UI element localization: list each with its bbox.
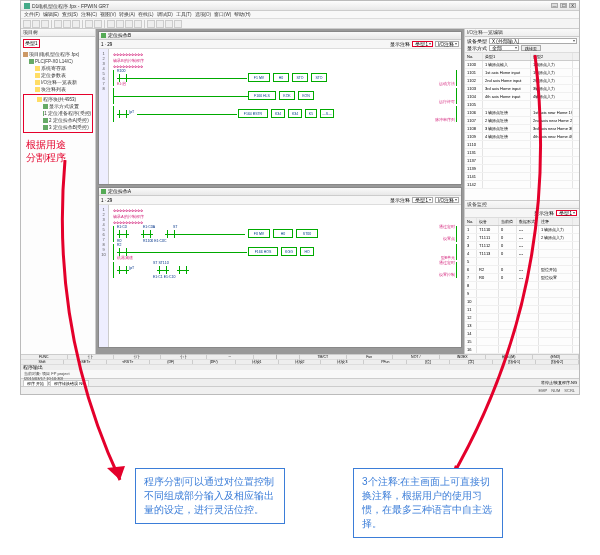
tree-plc[interactable]: PLC(FP-X0 L14/C) — [35, 58, 73, 65]
param-box[interactable]: HO — [300, 247, 314, 256]
param-box[interactable]: H0 — [273, 229, 293, 238]
fkey[interactable]: (END) — [533, 355, 580, 359]
fkey[interactable]: [位] — [407, 360, 450, 364]
fkey[interactable]: [字] — [450, 360, 493, 364]
output-tab[interactable]: 程序转换错误 NG — [50, 380, 89, 386]
tree-node[interactable]: 3 定位操作B(受控) — [49, 124, 89, 131]
tool-button[interactable] — [116, 20, 124, 28]
fkey[interactable]: INDEX — [440, 355, 487, 359]
menu-tools[interactable]: 工具(T) — [176, 12, 192, 17]
tool-button[interactable] — [134, 20, 142, 28]
device-type-combo[interactable]: X (外部输入) — [489, 38, 577, 44]
monitor-type-combo[interactable]: 类型1 — [556, 210, 577, 216]
table-row[interactable]: 11001 轴原点输入1轴原点入力 — [465, 61, 579, 69]
fkey[interactable]: FUNC — [21, 355, 68, 359]
contact-icon[interactable] — [143, 230, 151, 238]
tool-button[interactable] — [94, 20, 102, 28]
param-box[interactable]: —S— — [320, 109, 334, 118]
title-bar[interactable]: D1电机型位程序.fpx - FPWIN GR7 — ☐ X — [21, 1, 579, 11]
table-row[interactable]: 12 — [465, 314, 579, 322]
doc-title-bar[interactable]: 定位操作B — [99, 32, 461, 40]
fkey[interactable]: 输出(M) — [486, 355, 533, 359]
table-row[interactable]: 13 — [465, 322, 579, 330]
fkey[interactable]: 比较1 — [236, 360, 279, 364]
table-row[interactable]: 8 — [465, 282, 579, 290]
param-box[interactable]: ST00 — [296, 229, 318, 238]
ladder-editor-a[interactable]: 12345678910 ※※※※※※※※※※ 轴承A的控制程序 ※※※※※※※※… — [99, 205, 461, 347]
tool-button[interactable] — [165, 20, 173, 28]
fkey[interactable]: (DF) — [150, 360, 193, 364]
fkey[interactable]: TM/CT — [300, 355, 347, 359]
ladder-rung[interactable]: R2 机器减速 F166 HOS KGG HO 型B单元 — [113, 244, 457, 260]
param-box[interactable]: K34 — [288, 109, 302, 118]
menu-online[interactable]: 在线(L) — [138, 12, 154, 17]
table-row[interactable]: 1T11100---1 轴原点入力 — [465, 226, 579, 234]
io-comment-combo[interactable]: I/O注释 — [435, 197, 459, 203]
function-box[interactable]: F166 HLS — [248, 91, 276, 100]
contact-icon[interactable] — [119, 74, 127, 82]
function-box[interactable]: F166 HOS — [248, 247, 278, 256]
function-box[interactable]: F164 BSTR — [238, 109, 268, 118]
ladder-rung[interactable]: (pT ST ST110 E1:C1 E1:C10 通过定时 设置控制 — [113, 262, 457, 278]
table-row[interactable]: 5 — [465, 258, 579, 266]
menu-debug[interactable]: 调试(D) — [157, 12, 173, 17]
io-comment-combo[interactable]: I/O注释 — [435, 41, 459, 47]
table-row[interactable]: 16 — [465, 346, 579, 354]
tree-node[interactable]: 2 定位操作A(受控) — [49, 117, 89, 124]
table-row[interactable]: 1139 — [465, 165, 579, 173]
contact-icon[interactable] — [119, 230, 127, 238]
tool-button[interactable] — [32, 20, 40, 28]
tree-node[interactable]: 显示方式设置 — [49, 103, 79, 110]
table-row[interactable]: 11022nd axis Home input2轴原点入力 — [465, 77, 579, 85]
table-row[interactable]: 11094 轴原点近傍4th axis near Home 4轴原点近傍 — [465, 133, 579, 141]
fkey[interactable]: (DF/) — [193, 360, 236, 364]
fkey[interactable]: 比较3 — [321, 360, 364, 364]
menu-options[interactable]: 选项(O) — [195, 12, 212, 17]
contact-icon[interactable] — [119, 266, 127, 274]
fkey[interactable]: 比较2 — [279, 360, 322, 364]
ladder-rung[interactable]: E1:C0 E1:C0A ST F0 MV H0 ST00 通过定时 设置点 — [113, 226, 457, 242]
ladder-rung[interactable]: F166 HLS KOK KON 运行许可 — [113, 88, 457, 104]
table-row[interactable]: 1137 — [465, 157, 579, 165]
jump-button[interactable]: 跳转至 — [521, 45, 541, 51]
tree-node[interactable]: 定位参数表 — [41, 72, 66, 79]
ladder-rung[interactable]: R100 E1:启 F1 MV H0 STO STO 运动方法 — [113, 70, 457, 86]
param-box[interactable]: KON — [298, 91, 314, 100]
table-row[interactable]: 1142 — [465, 181, 579, 189]
fkey[interactable]: PFun — [364, 360, 407, 364]
output-body[interactable]: 当前对象: 项目 FP project [2015/03/17 10:10:30… — [21, 370, 579, 384]
output-tab[interactable]: 程序 开始 — [23, 380, 48, 386]
comment-type-combo[interactable]: 类型1 — [412, 41, 433, 47]
maximize-button[interactable]: ☐ — [560, 3, 567, 8]
fkey[interactable]: ─ — [207, 355, 254, 359]
contact-icon[interactable] — [179, 266, 187, 274]
tool-button[interactable] — [41, 20, 49, 28]
tool-button[interactable] — [125, 20, 133, 28]
table-row[interactable]: 9 — [465, 290, 579, 298]
tree-node-pb[interactable]: 程序块(共4953) — [43, 96, 76, 103]
tree-tab-type1[interactable]: 类型1 — [23, 39, 40, 48]
tool-button[interactable] — [147, 20, 155, 28]
menu-edit[interactable]: 编辑(E) — [43, 12, 59, 17]
fkey[interactable]: <RST> — [107, 360, 150, 364]
device-monitor-table[interactable]: No.设备当前值数据形式注释 1T11100---1 轴原点入力2T11110-… — [465, 218, 579, 354]
contact-icon[interactable] — [167, 230, 175, 238]
tree-root[interactable]: 项目(电机型位程序.fpx) — [29, 51, 79, 58]
fkey[interactable]: Fun — [347, 355, 394, 359]
table-row[interactable]: 1141 — [465, 173, 579, 181]
minimize-button[interactable]: — — [551, 3, 558, 8]
table-row[interactable]: 10 — [465, 298, 579, 306]
menu-search[interactable]: 查找(S) — [62, 12, 78, 17]
project-tree[interactable]: 项目(电机型位程序.fpx) PLC(FP-X0 L14/C) 系统寄存器 定位… — [21, 49, 95, 136]
ladder-rung[interactable]: (pT F164 BSTR K34 K34 K5 —S— 脉冲串序列 — [113, 106, 457, 122]
contact-icon[interactable] — [119, 248, 127, 256]
table-row[interactable]: 1131 — [465, 149, 579, 157]
menu-view[interactable]: 视图(V) — [100, 12, 116, 17]
tool-button[interactable] — [63, 20, 71, 28]
fkey[interactable]: <SET> — [64, 360, 107, 364]
tree-node[interactable]: 系统寄存器 — [41, 65, 66, 72]
menu-comment[interactable]: 注释(C) — [81, 12, 97, 17]
param-box[interactable]: STO — [311, 73, 327, 82]
fkey[interactable]: │ — [254, 355, 301, 359]
table-row[interactable]: 11011st axis Home input1轴原点入力 — [465, 69, 579, 77]
